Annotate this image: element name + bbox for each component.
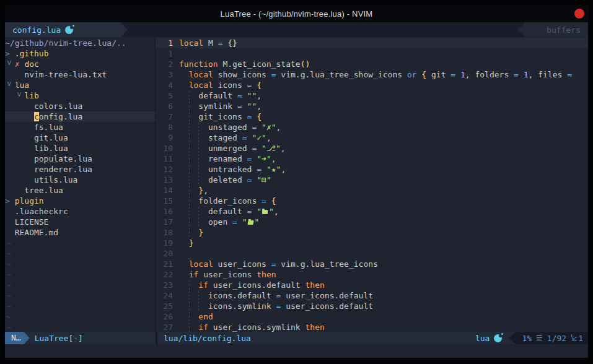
- code-token: "✓": [252, 133, 266, 142]
- code-line[interactable]: 6 symlink = "",: [156, 101, 588, 111]
- empty-line: ~: [5, 269, 155, 280]
- code-line[interactable]: 3 local show_icons = vim.g.lua_tree_show…: [156, 69, 588, 80]
- code-line[interactable]: 5 default = "",: [156, 90, 588, 101]
- code-line[interactable]: 17 open = "": [156, 217, 588, 227]
- empty-line-marker: ~: [5, 270, 11, 279]
- code-token: }: [198, 228, 203, 237]
- chevron-right-icon[interactable]: >: [5, 48, 15, 59]
- code-line[interactable]: 26 end: [156, 311, 588, 322]
- command-line[interactable]: [5, 344, 588, 358]
- tree-item[interactable]: renderer.lua: [5, 164, 155, 175]
- code-line[interactable]: 13 deleted = "⊟": [156, 175, 588, 185]
- code-token: if: [189, 270, 199, 279]
- code-line[interactable]: 11 renamed = "➜",: [156, 154, 588, 164]
- chevron-right-icon[interactable]: >: [5, 196, 15, 206]
- code-token: [198, 165, 208, 174]
- editor-main-area: ~/github/nvim-tree.lua/..>.github>✗doc n…: [5, 37, 588, 332]
- code-token: (): [301, 59, 310, 69]
- tree-item[interactable]: git.lua: [5, 132, 155, 143]
- code-token: icons.symlink: [208, 301, 276, 311]
- tree-item[interactable]: config.lua: [5, 111, 155, 122]
- tree-item[interactable]: README.md: [5, 227, 155, 238]
- buffers-segment[interactable]: buffers: [519, 22, 588, 37]
- code-line[interactable]: 27 if user_icons.symlink then: [156, 322, 588, 332]
- code-line[interactable]: 25 icons.symlink = user_icons.default: [156, 301, 588, 311]
- tree-indent: [5, 122, 34, 132]
- code-line[interactable]: 16 default = "",: [156, 206, 588, 217]
- code-token: [179, 323, 189, 332]
- code-token: =: [271, 259, 276, 269]
- code-line[interactable]: 20: [156, 248, 588, 259]
- code-token: renamed: [208, 154, 247, 163]
- chevron-down-icon[interactable]: >: [5, 81, 15, 90]
- code-line[interactable]: 19 }: [156, 238, 588, 248]
- code-line[interactable]: 9 staged = "✓",: [156, 132, 588, 143]
- tree-item[interactable]: >.github: [5, 48, 155, 59]
- code-line[interactable]: 14 },: [156, 185, 588, 196]
- code-token: [179, 165, 189, 174]
- code-line[interactable]: 4 local icons = {: [156, 80, 588, 90]
- code-line[interactable]: 7 git_icons = {: [156, 111, 588, 122]
- tree-item[interactable]: .luacheckrc: [5, 206, 155, 217]
- tree-item[interactable]: >lua: [5, 80, 155, 90]
- code-line[interactable]: 18 }: [156, 227, 588, 238]
- tree-item-label: fs.lua: [34, 123, 63, 132]
- code-line[interactable]: 10 unmerged = "⎇",: [156, 143, 588, 154]
- statusline-file-path: lua/lib/config.lua: [164, 334, 251, 343]
- chevron-down-icon[interactable]: >: [14, 92, 24, 101]
- code-line[interactable]: 1: [156, 48, 588, 59]
- code-line[interactable]: 2function M.get_icon_state(): [156, 59, 588, 69]
- code-token: vim.g.lua_tree_show_icons: [276, 70, 407, 79]
- line-number: 6: [156, 101, 173, 111]
- empty-line: ~: [5, 311, 155, 322]
- code-token: [179, 112, 189, 121]
- statusline-position: 1% ☰ 1/92 LN :1: [508, 332, 588, 344]
- empty-line-marker: ~: [5, 312, 11, 321]
- code-token: vim.g.lua_tree_icons: [276, 259, 378, 269]
- line-number: 19: [156, 238, 173, 248]
- tree-item-label: plugin: [15, 196, 44, 206]
- code-line[interactable]: 15 folder_icons = {: [156, 196, 588, 206]
- code-token: [266, 196, 271, 206]
- code-token: =: [232, 217, 237, 227]
- code-token: [189, 228, 199, 237]
- code-token: [179, 280, 189, 290]
- code-token: [189, 280, 199, 290]
- tree-item[interactable]: tree.lua: [5, 185, 155, 196]
- cursor-column: :1: [573, 334, 583, 343]
- code-token: ,: [266, 133, 271, 142]
- code-line[interactable]: 21 local user_icons = vim.g.lua_tree_ico…: [156, 259, 588, 269]
- tree-item[interactable]: >plugin: [5, 196, 155, 206]
- code-token: [179, 154, 189, 163]
- code-line[interactable]: 8 unstaged = "✗",: [156, 122, 588, 132]
- tree-item[interactable]: nvim-tree-lua.txt: [5, 69, 155, 80]
- code-token: [198, 123, 208, 132]
- chevron-down-icon[interactable]: >: [5, 60, 15, 69]
- code-token: "": [247, 102, 257, 111]
- code-line[interactable]: 22 if user_icons then: [156, 269, 588, 280]
- code-token: [455, 70, 460, 79]
- code-line[interactable]: 23 if user_icons.default then: [156, 280, 588, 290]
- line-number: 26: [156, 311, 173, 322]
- scroll-percent: 1%: [522, 334, 532, 343]
- tree-item[interactable]: lib.lua: [5, 143, 155, 154]
- tab-config-lua[interactable]: config.lua: [5, 22, 128, 37]
- tree-item[interactable]: >✗doc: [5, 59, 155, 69]
- code-token: [198, 217, 208, 227]
- record-indicator-icon[interactable]: [574, 9, 584, 19]
- tree-indent: [5, 227, 15, 238]
- code-token: [189, 102, 199, 111]
- code-line[interactable]: 12 untracked = "★",: [156, 164, 588, 175]
- tree-item[interactable]: ~/github/nvim-tree.lua/..: [5, 38, 155, 48]
- tree-item[interactable]: populate.lua: [5, 154, 155, 164]
- tree-item[interactable]: colors.lua: [5, 101, 155, 111]
- code-token: [198, 175, 208, 184]
- tree-indent: [5, 164, 34, 175]
- tree-item-label: colors.lua: [34, 102, 82, 111]
- tree-item[interactable]: utils.lua: [5, 175, 155, 185]
- code-line[interactable]: 1local M = {}: [156, 38, 588, 48]
- tree-item[interactable]: LICENSE: [5, 217, 155, 227]
- tree-item[interactable]: fs.lua: [5, 122, 155, 132]
- tree-item[interactable]: >lib: [5, 90, 155, 101]
- code-line[interactable]: 24 icons.default = user_icons.default: [156, 290, 588, 301]
